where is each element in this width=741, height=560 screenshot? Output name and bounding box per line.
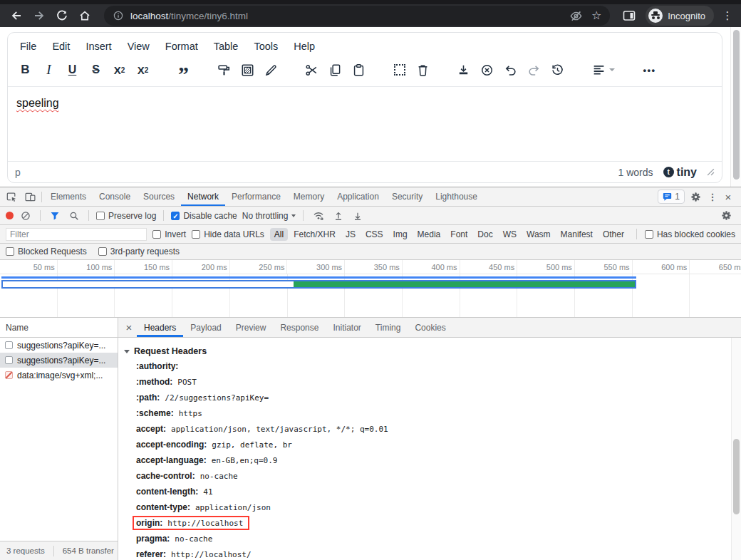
select-all-button[interactable] — [388, 58, 411, 81]
device-toolbar-button[interactable] — [21, 187, 39, 206]
export-har-button[interactable] — [351, 207, 365, 224]
network-conditions-button[interactable] — [311, 207, 326, 224]
throttling-dropdown[interactable]: No throttling — [242, 211, 296, 221]
bookmark-star-icon[interactable]: ☆ — [591, 10, 601, 21]
issues-counter[interactable]: 1 — [658, 190, 685, 204]
tracking-protection-eye-off-icon[interactable] — [569, 9, 583, 23]
filter-type-all[interactable]: All — [270, 228, 288, 241]
superscript-button[interactable]: X2 — [131, 58, 155, 81]
menu-insert[interactable]: Insert — [79, 38, 118, 55]
filter-type-ws[interactable]: WS — [499, 228, 521, 241]
devtools-tab-lighthouse[interactable]: Lighthouse — [429, 187, 484, 206]
import-har-button[interactable] — [331, 207, 346, 224]
devtools-tab-security[interactable]: Security — [385, 187, 429, 206]
url-bar[interactable]: localhost/tinymce/tiny6.html ☆ — [104, 6, 610, 26]
menu-tools[interactable]: Tools — [247, 38, 284, 55]
filter-type-js[interactable]: JS — [341, 228, 360, 241]
menu-edit[interactable]: Edit — [46, 38, 76, 55]
invert-checkbox[interactable]: Invert — [152, 229, 186, 239]
filter-input[interactable] — [6, 228, 147, 241]
detail-tab-timing[interactable]: Timing — [368, 318, 408, 337]
page-scrollbar-thumb[interactable] — [733, 30, 740, 180]
inspect-element-button[interactable] — [2, 187, 21, 206]
detail-tab-preview[interactable]: Preview — [229, 318, 274, 337]
menu-view[interactable]: View — [121, 38, 156, 55]
menu-help[interactable]: Help — [287, 38, 321, 55]
word-count[interactable]: 1 words — [618, 167, 653, 178]
blockquote-button[interactable]: ” — [172, 58, 195, 81]
devtools-tab-application[interactable]: Application — [331, 187, 385, 206]
filter-type-fetch-xhr[interactable]: Fetch/XHR — [289, 228, 340, 241]
filter-type-css[interactable]: CSS — [361, 228, 388, 241]
undo-button[interactable] — [499, 58, 522, 81]
forward-button[interactable] — [28, 6, 50, 26]
detail-tab-initiator[interactable]: Initiator — [326, 318, 368, 337]
paste-button[interactable] — [347, 58, 370, 81]
hide-data-urls-checkbox[interactable]: Hide data URLs — [192, 229, 264, 239]
copy-button[interactable] — [323, 58, 347, 81]
network-overview[interactable] — [0, 274, 741, 318]
incognito-badge[interactable]: Incognito — [646, 6, 714, 26]
name-column-header[interactable]: Name — [0, 318, 118, 338]
record-network-log-button[interactable] — [6, 212, 14, 219]
filter-type-other[interactable]: Other — [598, 228, 628, 241]
misspelled-word[interactable]: speeling — [16, 97, 59, 109]
strikethrough-button[interactable]: S — [84, 58, 108, 81]
request-row[interactable]: suggestions?apiKey=... — [0, 353, 118, 368]
disable-cache-checkbox[interactable]: ✓ Disable cache — [171, 211, 237, 221]
filter-type-manifest[interactable]: Manifest — [556, 228, 597, 241]
format-painter-button[interactable] — [212, 58, 236, 81]
filter-type-font[interactable]: Font — [446, 228, 472, 241]
reload-button[interactable] — [51, 6, 73, 26]
network-settings-button[interactable] — [717, 207, 735, 224]
filter-type-doc[interactable]: Doc — [473, 228, 497, 241]
devtools-tab-elements[interactable]: Elements — [44, 187, 93, 206]
request-row[interactable]: suggestions?apiKey=... — [0, 338, 118, 353]
devtools-tab-memory[interactable]: Memory — [287, 187, 331, 206]
pen-button[interactable] — [259, 58, 283, 81]
export-button[interactable] — [452, 58, 475, 81]
side-panel-button[interactable] — [618, 6, 640, 26]
devtools-settings-button[interactable] — [686, 192, 705, 202]
detail-tab-cookies[interactable]: Cookies — [408, 318, 452, 337]
cut-button[interactable] — [300, 58, 323, 81]
request-headers-section[interactable]: Request Headers — [124, 343, 725, 358]
devtools-tab-network[interactable]: Network — [181, 187, 225, 206]
element-path[interactable]: p — [15, 167, 21, 178]
editor-content-area[interactable]: speeling — [8, 87, 722, 161]
menu-format[interactable]: Format — [159, 38, 204, 55]
page-scrollbar[interactable] — [730, 27, 741, 187]
redo-button[interactable] — [522, 58, 546, 81]
home-button[interactable] — [74, 6, 95, 26]
headers-scrollbar-thumb[interactable] — [733, 439, 740, 514]
devtools-close-button[interactable]: × — [720, 191, 736, 203]
preserve-log-checkbox[interactable]: Preserve log — [96, 211, 156, 221]
filter-type-media[interactable]: Media — [413, 228, 445, 241]
menu-file[interactable]: File — [14, 38, 43, 55]
cancel-button[interactable] — [475, 58, 499, 81]
close-detail-pane-button[interactable]: × — [121, 321, 137, 333]
detail-tab-payload[interactable]: Payload — [183, 318, 228, 337]
back-button[interactable] — [6, 6, 27, 26]
italic-button[interactable]: I — [37, 58, 61, 81]
menu-table[interactable]: Table — [207, 38, 245, 55]
detail-tab-response[interactable]: Response — [273, 318, 326, 337]
bold-button[interactable]: B — [14, 58, 37, 81]
more-button[interactable]: ••• — [638, 58, 661, 81]
detail-tab-headers[interactable]: Headers — [137, 318, 183, 337]
request-row[interactable]: data:image/svg+xml;... — [0, 368, 118, 383]
browser-menu-button[interactable]: ⋮ — [720, 9, 735, 22]
blocked-requests-checkbox[interactable]: Blocked Requests — [6, 247, 87, 256]
has-blocked-cookies-checkbox[interactable]: Has blocked cookies — [645, 229, 735, 239]
devtools-menu-button[interactable]: ⋮ — [706, 192, 719, 202]
devtools-tab-sources[interactable]: Sources — [137, 187, 181, 206]
align-dropdown[interactable] — [586, 58, 621, 81]
delete-button[interactable] — [411, 58, 435, 81]
underline-button[interactable]: U — [61, 58, 84, 81]
resize-handle-icon[interactable] — [707, 168, 715, 176]
filter-type-img[interactable]: Img — [389, 228, 412, 241]
third-party-requests-checkbox[interactable]: 3rd-party requests — [98, 247, 180, 256]
subscript-button[interactable]: X2 — [108, 58, 131, 81]
filter-toggle-button[interactable] — [48, 207, 62, 224]
devtools-tab-performance[interactable]: Performance — [225, 187, 287, 206]
